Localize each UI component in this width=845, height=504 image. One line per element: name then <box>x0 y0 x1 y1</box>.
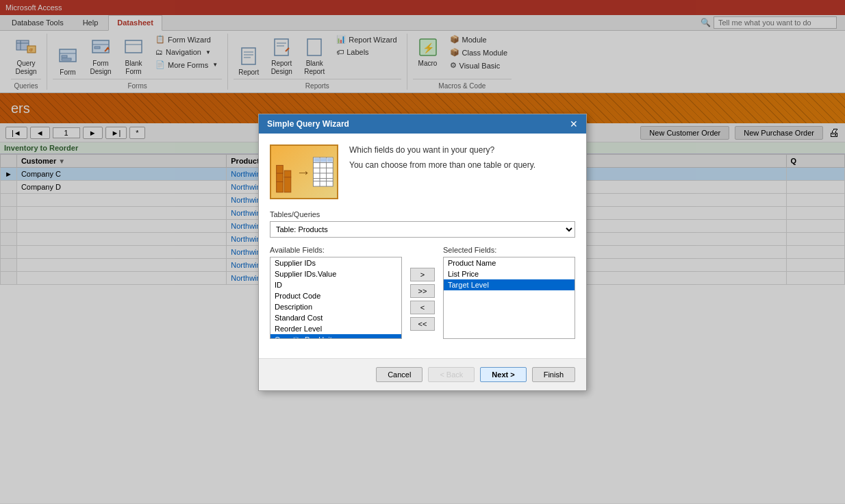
available-field-item[interactable]: Supplier IDs.Value <box>270 268 401 279</box>
remove-field-button[interactable]: < <box>410 301 435 314</box>
available-fields-container: Supplier IDsSupplier IDs.ValueIDProduct … <box>270 257 401 339</box>
available-fields-list[interactable]: Supplier IDsSupplier IDs.ValueIDProduct … <box>270 257 402 339</box>
fields-buttons: > >> < << <box>407 246 438 339</box>
svg-rect-44 <box>327 158 333 162</box>
dialog-wizard-icon: → <box>270 144 338 199</box>
dialog-title-bar: Simple Query Wizard ✕ <box>259 114 586 134</box>
selected-fields-list[interactable]: Product NameList PriceTarget Level <box>443 257 575 339</box>
dialog-footer: Cancel < Back Next > Finish <box>259 358 586 390</box>
selected-fields-container: Product NameList PriceTarget Level <box>444 257 575 290</box>
fields-row: Available Fields: Supplier IDsSupplier I… <box>270 246 575 339</box>
available-field-item[interactable]: Quantity Per Unit <box>270 334 401 339</box>
add-field-button[interactable]: > <box>410 268 435 281</box>
dialog-heading2: You can choose from more than one table … <box>349 160 575 171</box>
selected-fields-col: Selected Fields: Product NameList PriceT… <box>443 246 575 339</box>
available-field-item[interactable]: Description <box>270 301 401 312</box>
available-field-item[interactable]: Reorder Level <box>270 323 401 334</box>
dialog-heading1: Which fields do you want in your query? <box>349 144 575 156</box>
simple-query-wizard-dialog: Simple Query Wizard ✕ <box>258 114 587 391</box>
selected-field-item[interactable]: List Price <box>444 268 575 279</box>
dialog-body: → Whi <box>259 134 586 358</box>
dialog-description: Which fields do you want in your query? … <box>349 144 575 199</box>
cancel-button[interactable]: Cancel <box>376 367 422 382</box>
selected-field-item[interactable]: Target Level <box>444 279 575 290</box>
available-field-item[interactable]: Standard Cost <box>270 312 401 323</box>
finish-button[interactable]: Finish <box>532 367 575 382</box>
available-field-item[interactable]: Product Code <box>270 290 401 301</box>
svg-rect-29 <box>277 173 283 181</box>
dialog-header: → Whi <box>270 144 575 199</box>
dialog-title: Simple Query Wizard <box>267 119 349 129</box>
svg-rect-31 <box>284 177 291 192</box>
available-fields-col: Available Fields: Supplier IDsSupplier I… <box>270 246 402 339</box>
svg-rect-42 <box>314 158 320 162</box>
available-field-item[interactable]: ID <box>270 279 401 290</box>
next-button[interactable]: Next > <box>480 367 526 382</box>
selected-field-item[interactable]: Product Name <box>444 257 575 268</box>
svg-rect-32 <box>284 171 291 177</box>
add-all-fields-button[interactable]: >> <box>410 284 435 298</box>
dialog-overlay: Simple Query Wizard ✕ <box>0 0 845 503</box>
back-button[interactable]: < Back <box>428 367 475 382</box>
svg-rect-28 <box>277 181 283 192</box>
remove-all-fields-button[interactable]: << <box>410 317 435 331</box>
tables-queries-section: Tables/Queries Table: Products <box>270 210 575 238</box>
tables-queries-select[interactable]: Table: Products <box>270 221 575 238</box>
available-fields-label: Available Fields: <box>270 246 402 254</box>
svg-rect-30 <box>277 165 283 173</box>
selected-fields-label: Selected Fields: <box>443 246 575 254</box>
svg-text:→: → <box>296 164 310 179</box>
tables-queries-label: Tables/Queries <box>270 210 575 218</box>
dialog-close-button[interactable]: ✕ <box>570 118 578 129</box>
svg-rect-43 <box>320 158 327 162</box>
available-field-item[interactable]: Supplier IDs <box>270 257 401 268</box>
